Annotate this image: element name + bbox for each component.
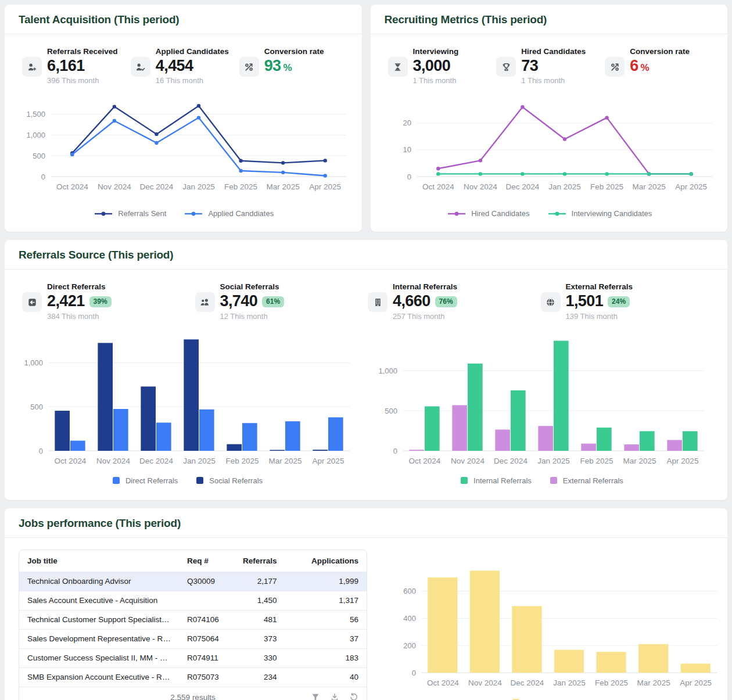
percent-trend-icon [239,57,259,77]
table-row[interactable]: Technical Onboarding AdvisorQ300092,1771… [19,572,367,591]
column-header-req[interactable]: Req # [179,550,229,572]
column-header-referrals[interactable]: Referrals [229,550,285,572]
table-cell: SMB Expansion Account Executive - R07507… [19,667,179,687]
percentage-badge: 39% [89,296,112,307]
legend-item[interactable]: Referrals Sent [95,209,166,218]
kpi-label: External Referrals [566,282,633,291]
table-row[interactable]: Technical Customer Support Specialist - … [19,610,367,629]
svg-text:Apr 2025: Apr 2025 [680,679,712,687]
legend-label: Direct Referrals [125,476,178,485]
svg-text:Apr 2025: Apr 2025 [313,457,345,465]
internal-external-bar-chart: 05001,000Oct 2024Nov 2024Dec 2024Jan 202… [365,329,719,500]
page-title: Talent Acquisition (This period) [19,13,348,26]
table-row[interactable]: Sales Development Representative - R0750… [19,629,367,648]
kpi-value: 93% [264,58,324,74]
legend-marker [113,477,120,484]
svg-text:500: 500 [33,152,45,160]
kpi-label: Conversion rate [264,47,324,56]
svg-text:Nov 2024: Nov 2024 [451,457,485,465]
legend-marker [95,211,112,217]
table-cell: R075073 [179,667,229,687]
line-chart-canvas: 05001,0001,500Oct 2024Nov 2024Dec 2024Ja… [13,94,356,194]
refresh-icon[interactable] [349,692,360,700]
filter-icon[interactable] [311,692,321,700]
kpi-applied-candidates: Applied Candidates 4,454 16 This month [131,47,239,85]
kpi-subtext: 12 This month [220,312,285,321]
direct-social-bar-chart: 05001,000Oct 2024Nov 2024Dec 2024Jan 202… [10,329,365,500]
kpi-label: Social Referrals [220,282,285,291]
kpi-value: 3,000 [413,58,459,74]
kpi-value: 6% [630,58,690,74]
column-header-applications[interactable]: Applications [285,550,367,572]
download-icon[interactable] [330,692,340,700]
kpi-direct-referrals: Direct Referrals 2,42139% 384 This month [22,282,195,320]
kpi-external-referrals: External Referrals 1,50124% 139 This mon… [541,282,714,320]
svg-text:Feb 2025: Feb 2025 [590,182,623,191]
legend-item[interactable]: Social Referrals [196,476,263,485]
svg-text:Nov 2024: Nov 2024 [463,182,497,191]
kpi-label: Conversion rate [630,47,690,56]
column-header-job-title[interactable]: Job title [19,550,179,572]
trophy-icon [496,57,516,77]
kpi-value: 6,161 [47,58,118,74]
panel-header: Referrals Source (This period) [5,240,727,270]
page-title: Jobs performance (This period) [19,517,713,530]
legend-item[interactable]: Internal Referrals [461,476,532,485]
percentage-badge: 76% [435,296,457,307]
kpi-interviewing: Interviewing 3,000 1 This month [388,47,497,85]
kpi-label: Applied Candidates [156,47,229,56]
svg-text:20: 20 [403,119,411,128]
svg-text:Oct 2024: Oct 2024 [56,182,88,191]
kpi-value-number: 2,421 [47,292,85,310]
svg-text:Dec 2024: Dec 2024 [140,182,174,191]
svg-text:Dec 2024: Dec 2024 [494,457,528,465]
svg-text:500: 500 [385,406,397,415]
kpi-value: 3,74061% [220,293,285,309]
bar-chart-canvas: 05001,000Oct 2024Nov 2024Dec 2024Jan 202… [365,329,713,468]
legend-item[interactable]: Hired Candidates [448,209,529,218]
globe-icon [541,292,561,312]
percent-trend-icon [605,57,625,77]
legend-marker [185,211,202,217]
svg-text:1,000: 1,000 [24,358,43,367]
kpi-subtext: 257 This month [393,312,457,321]
table-cell: 2,177 [229,572,285,591]
svg-text:Jan 2025: Jan 2025 [183,457,216,465]
table-cell: Sales Account Executive - Acquisition [19,591,179,610]
svg-text:Oct 2024: Oct 2024 [427,679,459,687]
legend-item[interactable]: Interviewing Candidates [548,209,652,218]
percentage-badge: 24% [608,296,630,307]
direct-referral-icon [22,292,42,312]
person-plus-icon [22,57,42,77]
panel-header: Jobs performance (This period) [5,508,727,538]
kpi-social-referrals: Social Referrals 3,74061% 12 This month [195,282,368,320]
svg-text:Mar 2025: Mar 2025 [632,182,665,191]
jobs-performance-panel: Jobs performance (This period) Job title… [5,508,727,700]
person-check-icon [131,57,150,77]
kpi-value: 4,454 [156,58,229,74]
legend-item[interactable]: Applied Canddiates [185,209,274,218]
legend-label: Referrals Sent [118,209,166,218]
table-cell: 1,450 [229,591,285,610]
svg-text:Nov 2024: Nov 2024 [96,457,130,465]
table-row[interactable]: Sales Account Executive - Acquisition1,4… [19,591,367,610]
legend-marker [548,211,566,217]
table-cell: Technical Customer Support Specialist - … [19,610,179,629]
svg-text:Jan 2025: Jan 2025 [537,457,570,465]
svg-text:Apr 2025: Apr 2025 [667,457,699,465]
table-row[interactable]: SMB Expansion Account Executive - R07507… [19,667,367,687]
table-cell: 183 [285,648,367,667]
svg-text:Mar 2025: Mar 2025 [268,457,302,465]
legend-item[interactable]: Direct Referrals [113,476,178,485]
table-cell: 40 [285,667,367,687]
kpi-value: 4,66076% [393,293,457,309]
svg-text:Apr 2025: Apr 2025 [309,182,341,191]
table-row[interactable]: Customer Success Specialist II, MM - R07… [19,648,367,667]
referrals-charts: 05001,000Oct 2024Nov 2024Dec 2024Jan 202… [5,321,727,500]
svg-text:1,000: 1,000 [26,131,45,139]
recruiting-line-chart: 01020Oct 2024Nov 2024Dec 2024Jan 2025Feb… [371,85,728,218]
legend-item[interactable]: External Referrals [550,476,623,485]
kpi-label: Direct Referrals [47,282,112,291]
kpi-conversion-rate: Conversion rate 93% [239,47,348,85]
table-cell: R074106 [179,610,229,629]
